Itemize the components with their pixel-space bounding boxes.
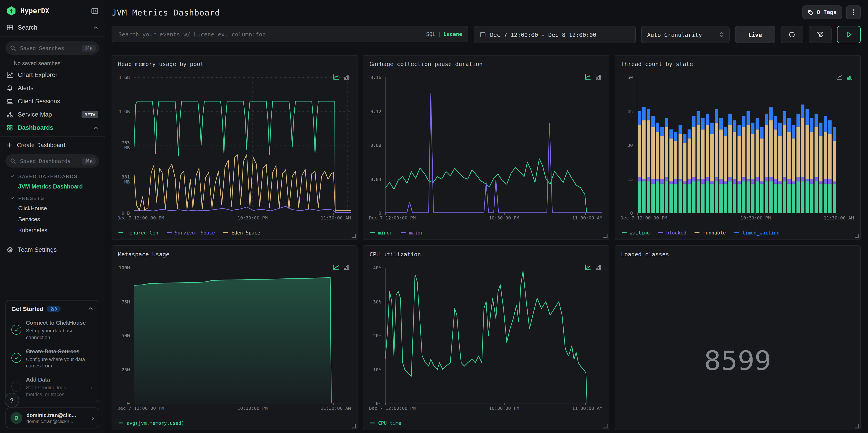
x-tick-label: 11:30:00 AM bbox=[824, 215, 854, 220]
legend-item[interactable]: Tenured Gen bbox=[118, 230, 158, 236]
get-started-step-add-data[interactable]: Add Data Start sending logs, metrics, or… bbox=[11, 375, 93, 398]
sidebar-item-chart-explorer[interactable]: Chart Explorer bbox=[0, 68, 105, 82]
legend-item[interactable]: runnable bbox=[694, 230, 726, 236]
line-chart-icon[interactable] bbox=[585, 264, 591, 271]
line-chart-icon[interactable] bbox=[836, 74, 842, 80]
x-tick-mark bbox=[385, 403, 386, 405]
hyperdx-logo-icon bbox=[6, 6, 17, 16]
loaded-classes-value: 8599 bbox=[615, 345, 860, 376]
tags-button[interactable]: 0 Tags bbox=[802, 5, 842, 19]
collapse-sidebar-icon[interactable] bbox=[91, 7, 98, 14]
saved-dashboards-input[interactable] bbox=[19, 157, 79, 164]
legend-item[interactable]: avg(jvm.memory.used) bbox=[118, 420, 184, 426]
step-title: Connect to ClickHouse bbox=[26, 320, 86, 326]
resize-handle[interactable] bbox=[352, 234, 356, 238]
legend-item[interactable]: minor bbox=[370, 230, 393, 236]
legend-item[interactable]: CPU time bbox=[370, 420, 401, 426]
event-search-input[interactable] bbox=[118, 30, 422, 38]
resize-handle[interactable] bbox=[603, 424, 607, 428]
date-range-picker[interactable]: Dec 7 12:00:00 - Dec 8 12:00:00 bbox=[474, 26, 636, 43]
sidebar-item-dashboards[interactable]: Dashboards bbox=[0, 121, 105, 134]
bar-chart-icon[interactable] bbox=[595, 264, 601, 271]
x-tick-mark bbox=[585, 403, 585, 405]
user-menu[interactable]: D dominic.tran@clic... dominic.tran@clic… bbox=[5, 407, 99, 428]
saved-searches-box: ⌘K bbox=[5, 41, 99, 55]
y-tick-label: 75M bbox=[114, 299, 130, 304]
get-started-step-connect[interactable]: Connect to ClickHouse Set up your databa… bbox=[11, 318, 93, 341]
bar-chart-icon[interactable] bbox=[595, 74, 601, 80]
chart-canvas[interactable] bbox=[134, 268, 351, 403]
dashboard-link-jvm-metrics[interactable]: JVM Metrics Dashboard bbox=[0, 181, 105, 192]
y-tick-label: 15 bbox=[617, 177, 633, 182]
query-language-toggle[interactable]: SQL|Lucene bbox=[426, 31, 462, 37]
line-chart-icon[interactable] bbox=[585, 74, 591, 80]
legend-swatch bbox=[401, 232, 406, 233]
chevron-right-icon: › bbox=[92, 414, 94, 422]
presets-section[interactable]: PRESETS bbox=[0, 192, 105, 203]
chart-canvas[interactable] bbox=[385, 268, 602, 403]
search-icon bbox=[10, 158, 16, 164]
resize-handle[interactable] bbox=[855, 234, 859, 238]
sidebar-item-client-sessions[interactable]: Client Sessions bbox=[0, 95, 105, 108]
y-axis: 40%30%20%10%0% bbox=[368, 268, 384, 403]
chart-type-toggle bbox=[836, 74, 853, 80]
resize-handle[interactable] bbox=[603, 234, 607, 238]
legend-item[interactable]: waiting bbox=[621, 230, 650, 236]
chart-canvas[interactable] bbox=[134, 78, 351, 213]
y-tick-label: 25M bbox=[114, 367, 130, 372]
legend: avg(jvm.memory.used) bbox=[118, 420, 184, 426]
step-desc: Set up your database connection bbox=[26, 328, 93, 341]
legend-swatch bbox=[734, 232, 739, 233]
y-tick-label: 50M bbox=[114, 333, 130, 338]
y-tick-label: 30% bbox=[366, 299, 381, 304]
sidebar-item-service-map[interactable]: Service Map BETA bbox=[0, 108, 105, 121]
filter-button[interactable] bbox=[809, 26, 832, 43]
resize-handle[interactable] bbox=[855, 424, 859, 428]
preset-link-clickhouse[interactable]: ClickHouse bbox=[0, 203, 105, 214]
chart-canvas[interactable] bbox=[637, 78, 854, 213]
line-chart-icon[interactable] bbox=[333, 264, 340, 271]
help-button[interactable]: ? bbox=[5, 393, 19, 407]
sql-option[interactable]: SQL bbox=[426, 31, 436, 37]
saved-searches-input[interactable] bbox=[19, 44, 79, 52]
divider bbox=[0, 36, 105, 37]
y-tick-label: 45 bbox=[617, 109, 633, 114]
bar-chart-icon[interactable] bbox=[344, 264, 350, 271]
bar-chart-icon[interactable] bbox=[344, 74, 350, 80]
legend-item[interactable]: major bbox=[401, 230, 423, 236]
create-dashboard-button[interactable]: Create Dashboard bbox=[0, 138, 105, 152]
run-query-button[interactable] bbox=[837, 26, 861, 43]
sidebar-item-label: Dashboards bbox=[18, 124, 88, 131]
bar-chart-icon[interactable] bbox=[846, 74, 853, 80]
legend-item[interactable]: blocked bbox=[658, 230, 686, 236]
sidebar-item-alerts[interactable]: Alerts bbox=[0, 82, 105, 95]
refresh-button[interactable] bbox=[781, 26, 803, 43]
preset-link-kubernetes[interactable]: Kubernetes bbox=[0, 225, 105, 236]
panel-loaded-classes: Loaded classes 8599 bbox=[615, 245, 861, 430]
legend-item[interactable]: Eden Space bbox=[223, 230, 260, 236]
preset-link-services[interactable]: Services bbox=[0, 214, 105, 225]
legend-label: major bbox=[409, 230, 423, 236]
live-button[interactable]: Live bbox=[735, 26, 775, 43]
chevron-up-icon[interactable] bbox=[93, 25, 98, 30]
chevron-up-icon[interactable] bbox=[93, 125, 98, 130]
legend-item[interactable]: timed_waiting bbox=[734, 230, 780, 236]
resize-handle[interactable] bbox=[352, 424, 356, 428]
sidebar-item-search[interactable]: Search bbox=[0, 21, 105, 35]
lucene-option[interactable]: Lucene bbox=[443, 31, 462, 37]
check-circle-icon bbox=[11, 353, 22, 363]
more-menu-button[interactable] bbox=[846, 5, 861, 19]
plus-icon bbox=[6, 142, 12, 148]
chevron-up-icon[interactable] bbox=[88, 306, 93, 312]
sidebar-item-team-settings[interactable]: Team Settings bbox=[0, 243, 105, 256]
chart-canvas[interactable] bbox=[385, 78, 602, 213]
granularity-select[interactable]: Auto Granularity bbox=[641, 26, 730, 43]
legend-label: waiting bbox=[629, 230, 650, 236]
sidebar-search-label: Search bbox=[18, 24, 88, 31]
line-chart-icon[interactable] bbox=[333, 74, 340, 80]
get-started-step-sources[interactable]: Create Data Sources Configure where your… bbox=[11, 347, 93, 369]
legend-item[interactable]: Survivor Space bbox=[166, 230, 215, 236]
saved-dashboards-section[interactable]: SAVED DASHBOARDS bbox=[0, 170, 105, 181]
bell-icon bbox=[6, 85, 13, 92]
x-tick-mark bbox=[637, 213, 637, 215]
